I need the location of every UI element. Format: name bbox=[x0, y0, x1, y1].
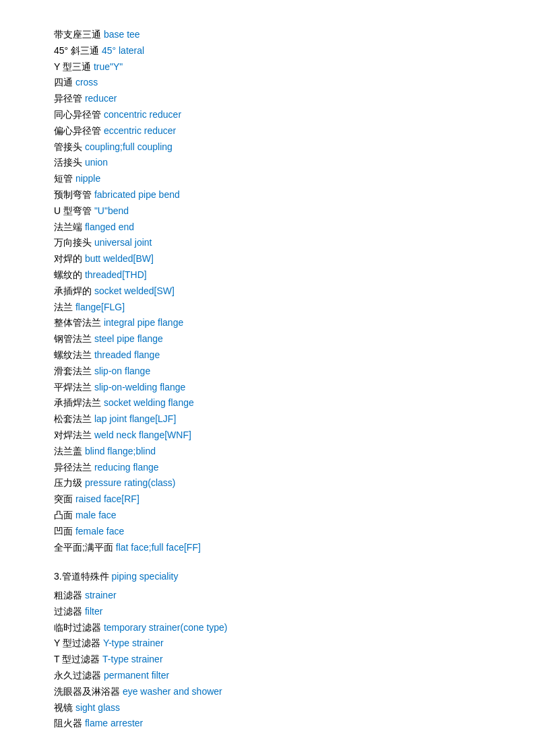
list-item: 整体管法兰 integral pipe flange bbox=[54, 315, 508, 331]
chinese-text: 承插焊的 bbox=[54, 285, 94, 296]
english-text: threaded flange bbox=[94, 349, 160, 360]
chinese-text: Y 型三通 bbox=[54, 61, 94, 72]
chinese-text: 凹面 bbox=[54, 526, 75, 537]
list-item: 预制弯管 fabricated pipe bend bbox=[54, 187, 508, 203]
english-text: steel pipe flange bbox=[94, 333, 163, 344]
english-text: nipple bbox=[75, 173, 100, 184]
chinese-text: 管接头 bbox=[54, 141, 85, 152]
english-text: coupling;full coupling bbox=[85, 141, 172, 152]
chinese-text: 同心异径管 bbox=[54, 109, 104, 120]
list-item: 异径管 reducer bbox=[54, 91, 508, 107]
english-text: filter bbox=[85, 606, 102, 617]
list-item: 对焊的 butt welded[BW] bbox=[54, 251, 508, 267]
chinese-text: 整体管法兰 bbox=[54, 317, 104, 328]
list-item: 活接头 union bbox=[54, 155, 508, 171]
english-text: integral pipe flange bbox=[104, 317, 183, 328]
chinese-text: 短管 bbox=[54, 173, 75, 184]
chinese-text: 过滤器 bbox=[54, 606, 85, 617]
chinese-text: 45° 斜三通 bbox=[54, 45, 102, 56]
english-text: eccentric reducer bbox=[104, 125, 176, 136]
list-item: 粗滤器 strainer bbox=[54, 588, 508, 604]
list-item: 45° 斜三通 45° lateral bbox=[54, 43, 508, 59]
english-text: reducing flange bbox=[94, 462, 159, 473]
chinese-text: Y 型过滤器 bbox=[54, 638, 103, 648]
section-title: 3.管道特殊件 piping speciality bbox=[54, 569, 508, 585]
chinese-text: 四通 bbox=[54, 77, 75, 88]
chinese-text: 预制弯管 bbox=[54, 189, 94, 200]
list-item: Y 型过滤器 Y-type strainer bbox=[54, 635, 508, 652]
list-item: 四通 cross bbox=[54, 75, 508, 91]
english-text: weld neck flange[WNF] bbox=[94, 429, 191, 440]
chinese-text: 对焊法兰 bbox=[54, 429, 94, 440]
english-text: male face bbox=[75, 510, 117, 520]
items-list: 带支座三通 base tee45° 斜三通 45° lateralY 型三通 t… bbox=[54, 27, 508, 555]
english-text: pressure rating(class) bbox=[85, 477, 176, 488]
english-text: cross bbox=[75, 77, 98, 88]
chinese-text: U 型弯管 bbox=[54, 205, 94, 216]
chinese-text: 活接头 bbox=[54, 157, 85, 168]
list-item: 过滤器 filter bbox=[54, 604, 508, 620]
english-text: 45° lateral bbox=[102, 45, 144, 56]
list-item: 同心异径管 concentric reducer bbox=[54, 107, 508, 123]
chinese-text: 法兰 bbox=[54, 302, 75, 312]
list-item: 阻火器 flame arrester bbox=[54, 716, 508, 732]
chinese-text: 法兰端 bbox=[54, 221, 85, 232]
english-text: slip-on flange bbox=[94, 366, 150, 376]
chinese-text: 松套法兰 bbox=[54, 413, 94, 424]
list-item: 对焊法兰 weld neck flange[WNF] bbox=[54, 427, 508, 444]
chinese-text: 万向接头 bbox=[54, 237, 94, 248]
list-item: 全平面;满平面 flat face;full face[FF] bbox=[54, 540, 508, 556]
chinese-text: 异径管 bbox=[54, 93, 85, 104]
english-text: true"Y" bbox=[94, 61, 123, 72]
english-text: fabricated pipe bend bbox=[94, 189, 180, 200]
chinese-text: 阻火器 bbox=[54, 718, 85, 728]
chinese-text: 带支座三通 bbox=[54, 29, 104, 40]
list-item: 洗眼器及淋浴器 eye washer and shower bbox=[54, 684, 508, 700]
list-item: 管接头 coupling;full coupling bbox=[54, 139, 508, 156]
section-items-list: 粗滤器 strainer过滤器 filter临时过滤器 temporary st… bbox=[54, 588, 508, 732]
chinese-text: 突面 bbox=[54, 493, 75, 504]
list-item: 螺纹的 threaded[THD] bbox=[54, 267, 508, 283]
english-text: universal joint bbox=[94, 237, 152, 248]
chinese-text: 承插焊法兰 bbox=[54, 397, 104, 408]
english-text: "U"bend bbox=[94, 205, 129, 216]
english-text: concentric reducer bbox=[104, 109, 181, 120]
list-item: 螺纹法兰 threaded flange bbox=[54, 347, 508, 364]
list-item: 偏心异径管 eccentric reducer bbox=[54, 123, 508, 139]
chinese-text: 粗滤器 bbox=[54, 590, 85, 600]
list-item: 突面 raised face[RF] bbox=[54, 491, 508, 508]
list-item: 永久过滤器 permanent filter bbox=[54, 668, 508, 684]
list-item: 万向接头 universal joint bbox=[54, 235, 508, 251]
english-text: permanent filter bbox=[104, 670, 169, 681]
list-item: 钢管法兰 steel pipe flange bbox=[54, 331, 508, 347]
english-text: strainer bbox=[85, 590, 117, 600]
list-item: 压力级 pressure rating(class) bbox=[54, 475, 508, 491]
english-text: base tee bbox=[104, 29, 140, 40]
chinese-text: 压力级 bbox=[54, 477, 85, 488]
english-text: T-type strainer bbox=[102, 654, 162, 664]
chinese-text: T 型过滤器 bbox=[54, 654, 102, 664]
list-item: 短管 nipple bbox=[54, 171, 508, 187]
english-text: union bbox=[85, 157, 108, 168]
english-text: flame arrester bbox=[85, 718, 143, 728]
english-text: Y-type strainer bbox=[103, 638, 164, 648]
list-item: 承插焊的 socket welded[SW] bbox=[54, 283, 508, 300]
list-item: T 型过滤器 T-type strainer bbox=[54, 652, 508, 668]
section-chinese: 3.管道特殊件 bbox=[54, 571, 112, 582]
english-text: sight glass bbox=[75, 702, 120, 713]
list-item: Y 型三通 true"Y" bbox=[54, 59, 508, 75]
english-text: female face bbox=[75, 526, 124, 537]
list-item: 视镜 sight glass bbox=[54, 700, 508, 716]
list-item: 异径法兰 reducing flange bbox=[54, 460, 508, 476]
list-item: 法兰端 flanged end bbox=[54, 219, 508, 236]
english-text: socket welding flange bbox=[104, 397, 194, 408]
english-text: temporary strainer(cone type) bbox=[104, 622, 228, 633]
chinese-text: 钢管法兰 bbox=[54, 333, 94, 344]
chinese-text: 对焊的 bbox=[54, 253, 85, 264]
english-text: lap joint flange[LJF] bbox=[94, 413, 176, 424]
chinese-text: 偏心异径管 bbox=[54, 125, 104, 136]
list-item: 松套法兰 lap joint flange[LJF] bbox=[54, 411, 508, 427]
chinese-text: 视镜 bbox=[54, 702, 75, 713]
english-text: reducer bbox=[85, 93, 117, 104]
chinese-text: 洗眼器及淋浴器 bbox=[54, 686, 123, 697]
